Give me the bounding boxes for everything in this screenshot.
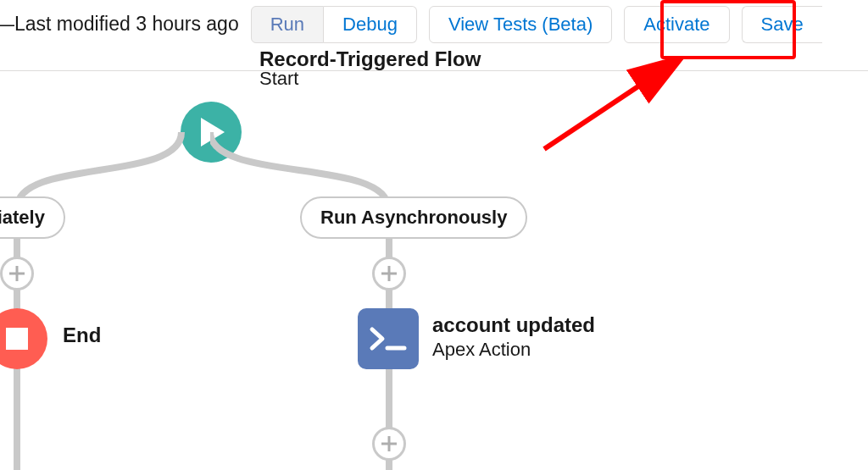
run-debug-group: Run Debug xyxy=(251,6,417,43)
status-prefix: —Last modified xyxy=(0,13,136,35)
apex-action-title: account updated xyxy=(432,313,595,337)
start-node-subtitle: Start xyxy=(259,68,298,90)
end-node[interactable] xyxy=(0,308,47,369)
branch-label-immediately[interactable]: nmediately xyxy=(0,196,65,239)
apex-action-node[interactable] xyxy=(358,308,419,369)
save-button[interactable]: Save xyxy=(742,6,822,43)
apex-action-subtitle: Apex Action xyxy=(432,339,531,361)
branch-label-run-asynchronously[interactable]: Run Asynchronously xyxy=(300,196,527,239)
status-time: 3 hours ago xyxy=(136,13,238,35)
stop-icon xyxy=(6,328,28,350)
add-element-button-right-top[interactable] xyxy=(372,257,406,290)
run-button[interactable]: Run xyxy=(251,6,324,43)
plus-icon xyxy=(380,434,398,453)
last-modified-status: —Last modified 3 hours ago xyxy=(0,13,239,36)
flow-canvas[interactable]: Record-Triggered Flow Start nmediately R… xyxy=(0,71,868,470)
plus-icon xyxy=(380,264,398,283)
end-node-label: End xyxy=(63,323,101,347)
add-element-button-right-bottom[interactable] xyxy=(372,427,406,461)
view-tests-button[interactable]: View Tests (Beta) xyxy=(429,6,612,43)
terminal-icon xyxy=(369,326,408,351)
activate-button[interactable]: Activate xyxy=(624,6,729,43)
debug-button[interactable]: Debug xyxy=(324,6,417,43)
plus-icon xyxy=(8,264,26,283)
add-element-button-left[interactable] xyxy=(0,257,34,290)
